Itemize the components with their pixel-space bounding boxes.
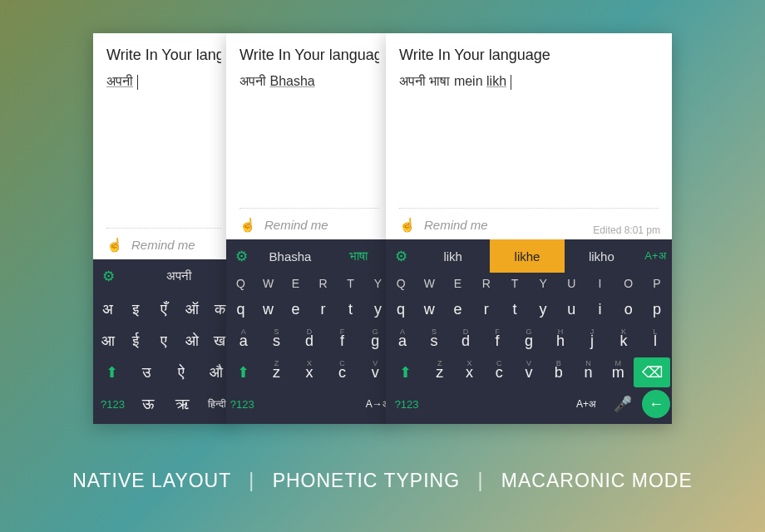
letter-key[interactable]: r: [473, 294, 500, 324]
number-key[interactable]: ?123: [95, 389, 131, 419]
letter-key[interactable]: t: [501, 294, 528, 324]
enter-key[interactable]: ←: [642, 390, 670, 418]
letter-key[interactable]: p: [644, 294, 670, 324]
letter-key[interactable]: Dd: [294, 326, 325, 356]
letter-key[interactable]: Ss: [261, 326, 293, 356]
number-key[interactable]: ?123: [228, 389, 257, 419]
suggestion-2[interactable]: भाषा: [324, 239, 392, 273]
shift-key[interactable]: ⬆: [95, 357, 128, 387]
space-key[interactable]: [259, 389, 363, 419]
letter-key[interactable]: ऐ: [165, 357, 198, 387]
remind-label: Remind me: [131, 238, 195, 252]
space-key[interactable]: [427, 389, 567, 419]
note-title[interactable]: Write In Your language: [399, 47, 659, 64]
letter-key[interactable]: q: [228, 294, 254, 324]
letter-key-small[interactable]: O: [615, 274, 642, 293]
note-title[interactable]: Write In Your language: [106, 47, 221, 64]
backspace-key[interactable]: ⌫: [634, 357, 670, 387]
letter-key[interactable]: Jj: [577, 326, 607, 356]
remind-row[interactable]: ☝ Remind me: [239, 208, 379, 233]
letter-key[interactable]: Aa: [387, 326, 417, 356]
gear-icon[interactable]: ⚙: [386, 239, 416, 273]
note-body[interactable]: अपनी: [106, 74, 221, 90]
letter-key-small[interactable]: Y: [530, 274, 556, 293]
letter-key-small[interactable]: E: [283, 274, 308, 293]
letter-key[interactable]: Bb: [545, 357, 573, 387]
letter-key-small[interactable]: I: [586, 274, 613, 293]
letter-key-small[interactable]: U: [558, 274, 585, 293]
finger-icon: ☝: [239, 217, 256, 233]
letter-key[interactable]: एँ: [151, 294, 177, 324]
suggestion-1[interactable]: likh: [416, 239, 490, 273]
letter-key-small[interactable]: T: [338, 274, 363, 293]
letter-key[interactable]: ऊ: [132, 389, 165, 419]
letter-key[interactable]: Xx: [456, 357, 484, 387]
letter-key[interactable]: Hh: [545, 326, 575, 356]
note-body[interactable]: अपनी Bhasha: [239, 74, 379, 89]
letter-key[interactable]: उ: [130, 357, 163, 387]
letter-key[interactable]: Ss: [419, 326, 449, 356]
letter-key[interactable]: ई: [123, 326, 150, 356]
letter-key-small[interactable]: W: [255, 274, 281, 293]
letter-key[interactable]: y: [530, 294, 556, 324]
letter-key[interactable]: u: [558, 294, 585, 324]
letter-key[interactable]: Kk: [609, 326, 639, 356]
mode-key[interactable]: A+अ: [569, 389, 604, 419]
letter-key-small[interactable]: E: [444, 274, 471, 293]
mic-icon[interactable]: 🎤: [605, 389, 640, 419]
letter-key-small[interactable]: R: [310, 274, 336, 293]
letter-key[interactable]: Ff: [482, 326, 512, 356]
letter-key[interactable]: Mm: [604, 357, 632, 387]
remind-row[interactable]: ☝ Remind me: [106, 228, 221, 253]
number-key[interactable]: ?123: [387, 389, 426, 419]
shift-key[interactable]: ⬆: [387, 357, 424, 387]
letter-key[interactable]: ए: [151, 326, 177, 356]
letter-key[interactable]: Cc: [327, 357, 358, 387]
letter-key-small[interactable]: P: [644, 274, 670, 293]
letter-key[interactable]: अ: [95, 294, 121, 324]
letter-key[interactable]: e: [283, 294, 308, 324]
shift-key[interactable]: ⬆: [228, 357, 259, 387]
letter-key[interactable]: Gg: [514, 326, 544, 356]
letter-key[interactable]: Zz: [426, 357, 454, 387]
letter-key[interactable]: Ll: [640, 326, 670, 356]
letter-key-small[interactable]: T: [501, 274, 528, 293]
letter-key[interactable]: Cc: [485, 357, 513, 387]
letter-key[interactable]: Dd: [451, 326, 481, 356]
letter-key-small[interactable]: Q: [228, 274, 254, 293]
letter-key[interactable]: i: [586, 294, 613, 324]
suggestion-2[interactable]: likhe: [490, 239, 564, 273]
letter-key[interactable]: Nn: [575, 357, 603, 387]
letter-key-small[interactable]: Q: [387, 274, 414, 293]
note-title[interactable]: Write In Your language: [239, 47, 379, 64]
letter-key[interactable]: Aa: [228, 326, 259, 356]
letter-key-small[interactable]: W: [416, 274, 442, 293]
suggestion-1[interactable]: Bhasha: [256, 239, 324, 273]
letter-key[interactable]: w: [416, 294, 442, 324]
letter-key[interactable]: o: [615, 294, 642, 324]
letter-key[interactable]: e: [444, 294, 471, 324]
lang-badge[interactable]: A+अ: [639, 239, 672, 273]
remind-label: Remind me: [264, 218, 328, 232]
letter-key-small[interactable]: R: [473, 274, 500, 293]
suggestion-1[interactable]: अपनी: [123, 259, 234, 293]
gear-icon[interactable]: ⚙: [93, 259, 123, 293]
keyboard-macaronic: ⚙ likh likhe likho A+अ QWERTYUIOP qwerty…: [386, 239, 672, 424]
letter-key[interactable]: ऑ: [179, 294, 205, 324]
gear-icon[interactable]: ⚙: [226, 239, 256, 273]
letter-key[interactable]: ओ: [179, 326, 205, 356]
letter-key[interactable]: Zz: [261, 357, 293, 387]
note-body[interactable]: अपनी भाषा mein likh: [399, 74, 659, 90]
suggestion-3[interactable]: likho: [565, 239, 639, 273]
letter-key[interactable]: w: [255, 294, 281, 324]
letter-key[interactable]: r: [310, 294, 336, 324]
letter-key[interactable]: ऋ: [166, 389, 199, 419]
letter-key[interactable]: Xx: [294, 357, 325, 387]
letter-key[interactable]: Vv: [515, 357, 543, 387]
letter-key[interactable]: आ: [95, 326, 121, 356]
letter-key[interactable]: Ff: [327, 326, 358, 356]
letter-key[interactable]: q: [387, 294, 414, 324]
edited-timestamp: Edited 8:01 pm: [593, 224, 660, 236]
letter-key[interactable]: इ: [123, 294, 150, 324]
letter-key[interactable]: t: [338, 294, 363, 324]
